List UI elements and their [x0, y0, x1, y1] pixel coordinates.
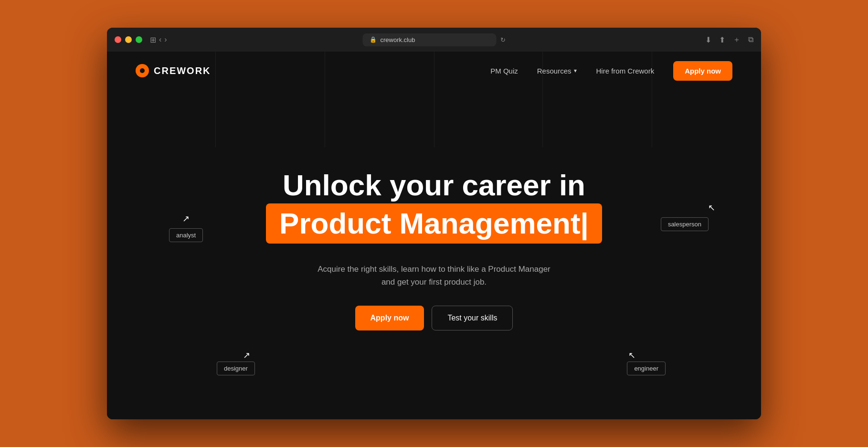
back-arrow[interactable]: ‹	[159, 35, 161, 44]
hero-highlight: Product Management|	[266, 203, 602, 244]
close-button[interactable]	[115, 36, 121, 43]
minimize-button[interactable]	[125, 36, 132, 43]
floating-label-analyst: analyst	[169, 228, 203, 242]
hero-apply-button[interactable]: Apply now	[355, 306, 424, 330]
nav-pm-quiz[interactable]: PM Quiz	[490, 67, 518, 75]
site-navbar: CREWORK PM Quiz Resources ▾ Hire from Cr…	[107, 52, 761, 90]
floating-label-engineer: engineer	[627, 362, 666, 375]
url-text: crework.club	[381, 36, 415, 43]
hero-buttons: Apply now Test your skills	[355, 306, 513, 330]
new-tab-icon[interactable]: ＋	[733, 35, 741, 45]
resources-chevron-icon: ▾	[574, 67, 577, 74]
floating-label-salesperson: salesperson	[661, 217, 709, 231]
forward-arrow[interactable]: ›	[164, 35, 167, 44]
hero-test-button[interactable]: Test your skills	[432, 306, 513, 330]
logo-icon	[136, 64, 149, 77]
address-bar[interactable]: 🔒 crework.club	[363, 33, 497, 46]
title-bar: ⊞ ‹ › 🔒 crework.club ↻ ⬇ ⬆ ＋ ⧉	[107, 28, 761, 52]
share-icon[interactable]: ⬆	[719, 35, 725, 44]
tabs-icon[interactable]: ⧉	[748, 35, 753, 44]
browser-window: ⊞ ‹ › 🔒 crework.club ↻ ⬇ ⬆ ＋ ⧉	[107, 28, 761, 419]
website-content: CREWORK PM Quiz Resources ▾ Hire from Cr…	[107, 52, 761, 419]
nav-links: PM Quiz Resources ▾ Hire from Crework Ap…	[490, 61, 732, 81]
nav-resources[interactable]: Resources ▾	[537, 67, 577, 75]
sidebar-toggle-icon[interactable]: ⊞	[150, 35, 156, 44]
nav-apply-button[interactable]: Apply now	[673, 61, 732, 81]
refresh-icon[interactable]: ↻	[500, 36, 506, 43]
hero-subtitle: Acquire the right skills, learn how to t…	[318, 263, 550, 288]
logo[interactable]: CREWORK	[136, 64, 211, 77]
toolbar-right: ⬇ ⬆ ＋ ⧉	[705, 35, 753, 45]
download-icon[interactable]: ⬇	[705, 35, 711, 44]
hero-headline: Unlock your career in Product Management…	[266, 169, 602, 244]
logo-text: CREWORK	[154, 65, 211, 76]
traffic-lights	[115, 36, 142, 43]
floating-label-designer: designer	[217, 362, 255, 375]
maximize-button[interactable]	[136, 36, 142, 43]
nav-hire[interactable]: Hire from Crework	[596, 67, 654, 75]
lock-icon: 🔒	[370, 36, 377, 43]
nav-arrows: ⊞ ‹ ›	[150, 35, 167, 44]
